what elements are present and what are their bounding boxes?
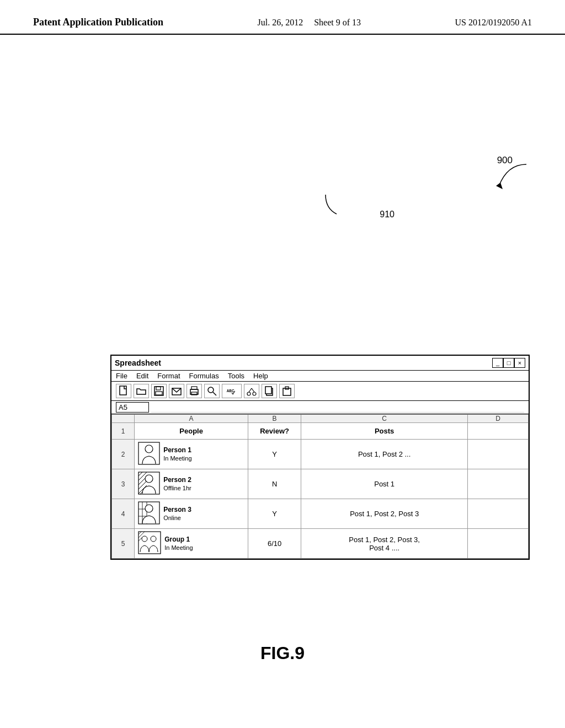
person3-posts[interactable]: Post 1, Post 2, Post 3 bbox=[301, 499, 468, 529]
open-icon[interactable] bbox=[134, 384, 149, 398]
table-row: 1 People Review? Posts bbox=[112, 423, 529, 440]
svg-point-30 bbox=[145, 475, 153, 483]
group1-details: Group 1 In Meeting bbox=[164, 536, 193, 552]
menu-format[interactable]: Format bbox=[157, 372, 180, 380]
paste-icon[interactable] bbox=[279, 384, 295, 398]
person1-icon bbox=[138, 442, 160, 467]
col-c-header-cell[interactable]: Posts bbox=[301, 423, 468, 440]
row-number: 4 bbox=[112, 499, 135, 529]
corner-header bbox=[112, 415, 135, 423]
group1-posts[interactable]: Post 1, Post 2, Post 3,Post 4 .... bbox=[301, 529, 468, 559]
row-number: 3 bbox=[112, 469, 135, 499]
title-bar: Spreadsheet _ □ × bbox=[111, 356, 529, 371]
person1-posts[interactable]: Post 1, Post 2 ... bbox=[301, 440, 468, 469]
formula-input[interactable] bbox=[151, 403, 524, 413]
person1-name: Person 1 bbox=[163, 446, 191, 455]
close-button[interactable]: × bbox=[514, 358, 525, 368]
row-number: 2 bbox=[112, 440, 135, 469]
person2-cell[interactable]: Person 2 Offline 1hr bbox=[135, 469, 248, 499]
svg-line-14 bbox=[249, 388, 252, 392]
person3-details: Person 3 Online bbox=[163, 506, 191, 522]
new-doc-icon[interactable] bbox=[116, 384, 131, 398]
ref-900-arrow bbox=[491, 162, 535, 195]
col-header-c[interactable]: C bbox=[301, 415, 468, 423]
menu-file[interactable]: File bbox=[116, 372, 127, 380]
toolbar: ABC bbox=[111, 382, 529, 401]
col-b-header-cell[interactable]: Review? bbox=[248, 423, 301, 440]
svg-point-9 bbox=[208, 387, 214, 393]
group1-cell[interactable]: Group 1 In Meeting bbox=[135, 529, 248, 559]
spellcheck-icon[interactable]: ABC bbox=[222, 384, 242, 398]
ref-910-label: 910 bbox=[380, 210, 395, 220]
svg-line-24 bbox=[138, 472, 142, 476]
group1-review[interactable]: 6/10 bbox=[248, 529, 301, 559]
person3-icon bbox=[138, 501, 160, 526]
svg-point-21 bbox=[145, 445, 153, 453]
table-row: 5 bbox=[112, 529, 529, 559]
col-a-header-cell[interactable]: People bbox=[135, 423, 248, 440]
person2-review[interactable]: N bbox=[248, 469, 301, 499]
save-icon[interactable] bbox=[151, 384, 167, 398]
person2-name: Person 2 bbox=[163, 476, 191, 485]
menu-tools[interactable]: Tools bbox=[228, 372, 244, 380]
col-d-header-cell bbox=[468, 423, 529, 440]
person3-review[interactable]: Y bbox=[248, 499, 301, 529]
data-table: A B C D 1 People Review? Posts bbox=[111, 414, 529, 559]
svg-rect-17 bbox=[265, 387, 271, 394]
group1-col-d bbox=[468, 529, 529, 559]
person1-review[interactable]: Y bbox=[248, 440, 301, 469]
search-icon[interactable] bbox=[204, 384, 220, 398]
person1-details: Person 1 In Meeting bbox=[163, 446, 191, 463]
person3-status: Online bbox=[163, 514, 191, 522]
menu-bar: File Edit Format Formulas Tools Help bbox=[111, 371, 529, 382]
svg-rect-1 bbox=[120, 386, 126, 395]
row-number: 5 bbox=[112, 529, 135, 559]
header-publication-label: Patent Application Publication bbox=[33, 17, 163, 28]
cell-reference[interactable]: A5 bbox=[116, 402, 149, 413]
person1-col-d bbox=[468, 440, 529, 469]
menu-edit[interactable]: Edit bbox=[136, 372, 148, 380]
person2-posts[interactable]: Post 1 bbox=[301, 469, 468, 499]
person3-name: Person 3 bbox=[163, 506, 191, 515]
col-header-a[interactable]: A bbox=[135, 415, 248, 423]
copy-icon[interactable] bbox=[262, 384, 277, 398]
group1-status: In Meeting bbox=[164, 544, 193, 552]
person1-status: In Meeting bbox=[163, 454, 191, 462]
column-header-row: A B C D bbox=[112, 415, 529, 423]
row-number: 1 bbox=[112, 423, 135, 440]
menu-formulas[interactable]: Formulas bbox=[189, 372, 219, 380]
group1-name: Group 1 bbox=[164, 536, 193, 544]
email-icon[interactable] bbox=[169, 384, 184, 398]
svg-rect-20 bbox=[138, 442, 159, 464]
svg-line-41 bbox=[138, 532, 145, 538]
page-header: Patent Application Publication Jul. 26, … bbox=[0, 0, 565, 35]
svg-point-39 bbox=[151, 536, 156, 542]
col-header-b[interactable]: B bbox=[248, 415, 301, 423]
ref-910-arrow bbox=[298, 192, 353, 220]
window-title: Spreadsheet bbox=[115, 358, 161, 367]
group1-info: Group 1 In Meeting bbox=[135, 529, 248, 558]
svg-point-36 bbox=[145, 505, 153, 512]
svg-line-15 bbox=[252, 388, 254, 392]
svg-line-40 bbox=[138, 532, 141, 534]
person1-cell[interactable]: Person 1 In Meeting bbox=[135, 440, 248, 469]
cut-icon[interactable] bbox=[244, 384, 259, 398]
menu-help[interactable]: Help bbox=[253, 372, 268, 380]
person2-info: Person 2 Offline 1hr bbox=[135, 469, 248, 499]
svg-point-38 bbox=[142, 536, 147, 542]
col-header-d[interactable]: D bbox=[468, 415, 529, 423]
spreadsheet-grid: A B C D 1 People Review? Posts bbox=[111, 414, 529, 559]
svg-rect-37 bbox=[138, 532, 161, 554]
print-icon[interactable] bbox=[186, 384, 202, 398]
group1-icon bbox=[138, 531, 161, 556]
person3-col-d bbox=[468, 499, 529, 529]
header-patent-number: US 2012/0192050 A1 bbox=[455, 18, 532, 28]
maximize-button[interactable]: □ bbox=[503, 358, 514, 368]
person1-info: Person 1 In Meeting bbox=[135, 440, 248, 469]
person2-col-d bbox=[468, 469, 529, 499]
table-row: 4 bbox=[112, 499, 529, 529]
person3-cell[interactable]: Person 3 Online bbox=[135, 499, 248, 529]
minimize-button[interactable]: _ bbox=[492, 358, 503, 368]
header-date: Jul. 26, 2012 bbox=[257, 18, 303, 27]
ref-910-area: 910 bbox=[55, 195, 475, 222]
